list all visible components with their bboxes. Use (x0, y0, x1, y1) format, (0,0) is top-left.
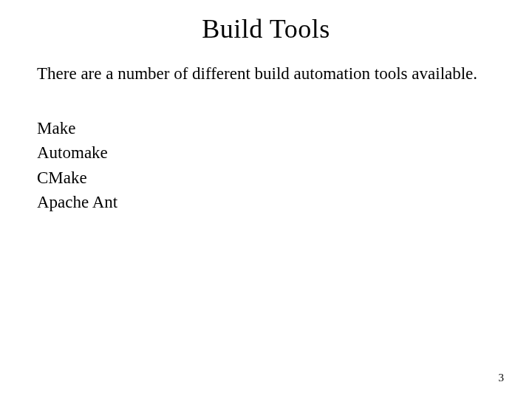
tool-list: Make Automake CMake Apache Ant (37, 116, 495, 214)
slide-title: Build Tools (37, 13, 495, 44)
page-number: 3 (499, 372, 505, 384)
intro-paragraph: There are a number of different build au… (37, 62, 495, 85)
list-item: CMake (37, 166, 495, 190)
slide: Build Tools There are a number of differ… (0, 0, 532, 399)
list-item: Make (37, 116, 495, 140)
list-item: Apache Ant (37, 190, 495, 214)
list-item: Automake (37, 140, 495, 165)
